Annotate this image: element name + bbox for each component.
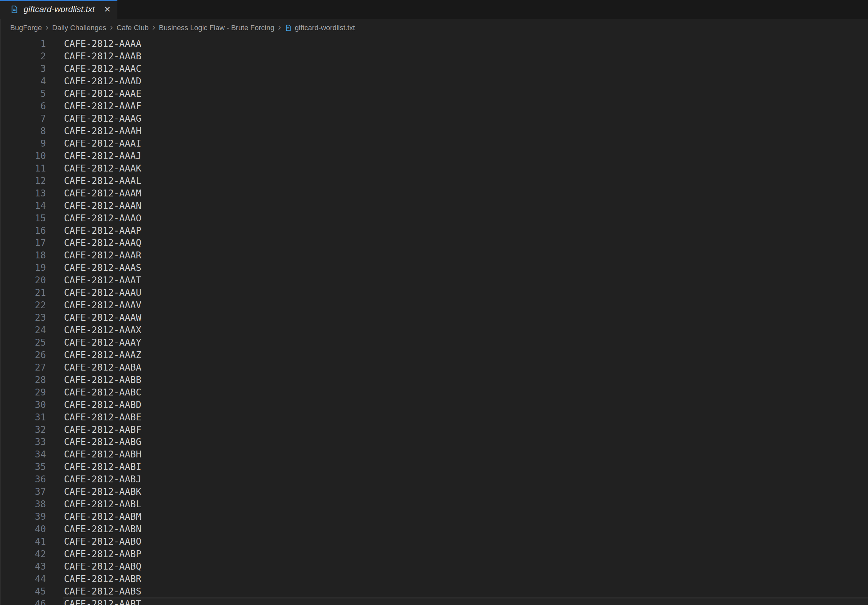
- line-number: 34: [0, 449, 46, 460]
- code-line[interactable]: 28 CAFE-2812-AABB: [0, 374, 868, 386]
- code-line[interactable]: 3 CAFE-2812-AAAC: [0, 63, 868, 75]
- line-text: CAFE-2812-AAAL: [46, 175, 141, 186]
- close-icon[interactable]: ✕: [102, 5, 113, 14]
- code-line[interactable]: 20 CAFE-2812-AAAT: [0, 274, 868, 287]
- line-text: CAFE-2812-AABF: [46, 424, 141, 435]
- line-number: 6: [0, 101, 46, 112]
- code-line[interactable]: 31 CAFE-2812-AABE: [0, 411, 868, 424]
- code-line[interactable]: 8 CAFE-2812-AAAH: [0, 125, 868, 137]
- code-line[interactable]: 24 CAFE-2812-AAAX: [0, 324, 868, 337]
- line-text: CAFE-2812-AAAK: [46, 163, 141, 174]
- line-number: 21: [0, 287, 46, 298]
- line-text: CAFE-2812-AABI: [46, 461, 141, 472]
- code-line[interactable]: 9 CAFE-2812-AAAI: [0, 137, 868, 150]
- code-line[interactable]: 4 CAFE-2812-AAAD: [0, 75, 868, 88]
- code-line[interactable]: 23 CAFE-2812-AAAW: [0, 312, 868, 324]
- line-number: 14: [0, 200, 46, 211]
- code-line[interactable]: 45 CAFE-2812-AABS: [0, 585, 868, 597]
- breadcrumb-item-daily-challenges[interactable]: Daily Challenges: [52, 23, 106, 32]
- code-line[interactable]: 16 CAFE-2812-AAAP: [0, 224, 868, 237]
- line-number: 43: [0, 561, 46, 572]
- code-line[interactable]: 42 CAFE-2812-AABP: [0, 548, 868, 560]
- code-line[interactable]: 29 CAFE-2812-AABC: [0, 386, 868, 399]
- line-number: 18: [0, 250, 46, 261]
- code-line[interactable]: 15 CAFE-2812-AAAO: [0, 212, 868, 224]
- code-lines: 1 CAFE-2812-AAAA 2 CAFE-2812-AAAB 3 CAFE…: [0, 37, 868, 605]
- code-line[interactable]: 46 CAFE-2812-AABT: [0, 597, 868, 605]
- line-number: 15: [0, 213, 46, 223]
- line-text: CAFE-2812-AAAH: [46, 126, 141, 137]
- line-number: 22: [0, 300, 46, 310]
- line-text: CAFE-2812-AABO: [46, 536, 141, 547]
- code-line[interactable]: 36 CAFE-2812-AABJ: [0, 473, 868, 486]
- chevron-right-icon: ›: [110, 23, 113, 32]
- code-line[interactable]: 33 CAFE-2812-AABG: [0, 436, 868, 448]
- code-line[interactable]: 30 CAFE-2812-AABD: [0, 399, 868, 411]
- code-line[interactable]: 19 CAFE-2812-AAAS: [0, 262, 868, 274]
- code-line[interactable]: 35 CAFE-2812-AABI: [0, 461, 868, 473]
- line-text: CAFE-2812-AABH: [46, 449, 141, 460]
- line-text: CAFE-2812-AAAS: [46, 262, 141, 273]
- line-text: CAFE-2812-AAAM: [46, 188, 141, 199]
- line-number: 27: [0, 362, 46, 373]
- code-line[interactable]: 18 CAFE-2812-AAAR: [0, 249, 868, 262]
- code-line[interactable]: 21 CAFE-2812-AAAU: [0, 287, 868, 299]
- code-line[interactable]: 27 CAFE-2812-AABA: [0, 361, 868, 374]
- tab-giftcard-wordlist[interactable]: giftcard-wordlist.txt ✕: [0, 0, 118, 19]
- line-number: 10: [0, 150, 46, 161]
- code-line[interactable]: 43 CAFE-2812-AABQ: [0, 560, 868, 572]
- line-number: 41: [0, 536, 46, 547]
- code-line[interactable]: 41 CAFE-2812-AABO: [0, 535, 868, 548]
- code-line[interactable]: 39 CAFE-2812-AABM: [0, 510, 868, 523]
- code-line[interactable]: 32 CAFE-2812-AABF: [0, 424, 868, 436]
- line-number: 4: [0, 76, 46, 87]
- code-line[interactable]: 25 CAFE-2812-AAAY: [0, 337, 868, 349]
- chevron-right-icon: ›: [152, 23, 155, 32]
- editor[interactable]: 1 CAFE-2812-AAAA 2 CAFE-2812-AAAB 3 CAFE…: [0, 37, 868, 605]
- code-line[interactable]: 40 CAFE-2812-AABN: [0, 523, 868, 535]
- chevron-right-icon: ›: [46, 23, 48, 32]
- code-line[interactable]: 17 CAFE-2812-AAAQ: [0, 237, 868, 249]
- breadcrumb-item-file[interactable]: giftcard-wordlist.txt: [285, 23, 355, 32]
- code-line[interactable]: 37 CAFE-2812-AABK: [0, 486, 868, 498]
- line-number: 25: [0, 337, 46, 348]
- code-line[interactable]: 14 CAFE-2812-AAAN: [0, 199, 868, 212]
- code-line[interactable]: 2 CAFE-2812-AAAB: [0, 50, 868, 63]
- code-line[interactable]: 22 CAFE-2812-AAAV: [0, 299, 868, 312]
- code-line[interactable]: 38 CAFE-2812-AABL: [0, 498, 868, 510]
- code-line[interactable]: 12 CAFE-2812-AAAL: [0, 174, 868, 187]
- breadcrumb-item-cafe-club[interactable]: Cafe Club: [116, 23, 149, 32]
- chevron-right-icon: ›: [278, 23, 281, 32]
- code-line[interactable]: 6 CAFE-2812-AAAF: [0, 100, 868, 112]
- line-text: CAFE-2812-AABT: [46, 599, 141, 605]
- line-text: CAFE-2812-AAAQ: [46, 237, 141, 248]
- line-text: CAFE-2812-AAAF: [46, 101, 141, 112]
- code-line[interactable]: 34 CAFE-2812-AABH: [0, 448, 868, 461]
- breadcrumb-item-business-logic-flaw[interactable]: Business Logic Flaw - Brute Forcing: [159, 23, 274, 32]
- line-number: 46: [0, 599, 46, 605]
- code-line[interactable]: 1 CAFE-2812-AAAA: [0, 38, 868, 50]
- code-line[interactable]: 26 CAFE-2812-AAAZ: [0, 349, 868, 361]
- code-line[interactable]: 7 CAFE-2812-AAAG: [0, 112, 868, 125]
- line-text: CAFE-2812-AABG: [46, 436, 141, 447]
- line-text: CAFE-2812-AAAR: [46, 250, 141, 261]
- breadcrumb-item-bugforge[interactable]: BugForge: [10, 23, 42, 32]
- line-text: CAFE-2812-AAAG: [46, 113, 141, 124]
- breadcrumb: BugForge › Daily Challenges › Cafe Club …: [0, 19, 868, 37]
- line-number: 38: [0, 499, 46, 510]
- line-number: 40: [0, 524, 46, 535]
- line-text: CAFE-2812-AABL: [46, 499, 141, 510]
- code-line[interactable]: 13 CAFE-2812-AAAM: [0, 187, 868, 199]
- line-number: 26: [0, 349, 46, 360]
- editor-window: giftcard-wordlist.txt ✕ BugForge › Daily…: [0, 0, 868, 605]
- line-text: CAFE-2812-AAAX: [46, 325, 141, 335]
- line-text: CAFE-2812-AABR: [46, 574, 141, 584]
- line-text: CAFE-2812-AAAI: [46, 138, 141, 149]
- code-line[interactable]: 11 CAFE-2812-AAAK: [0, 162, 868, 174]
- code-line[interactable]: 5 CAFE-2812-AAAE: [0, 88, 868, 100]
- line-number: 44: [0, 574, 46, 584]
- code-line[interactable]: 10 CAFE-2812-AAAJ: [0, 149, 868, 162]
- line-number: 31: [0, 412, 46, 423]
- line-number: 13: [0, 188, 46, 199]
- code-line[interactable]: 44 CAFE-2812-AABR: [0, 572, 868, 585]
